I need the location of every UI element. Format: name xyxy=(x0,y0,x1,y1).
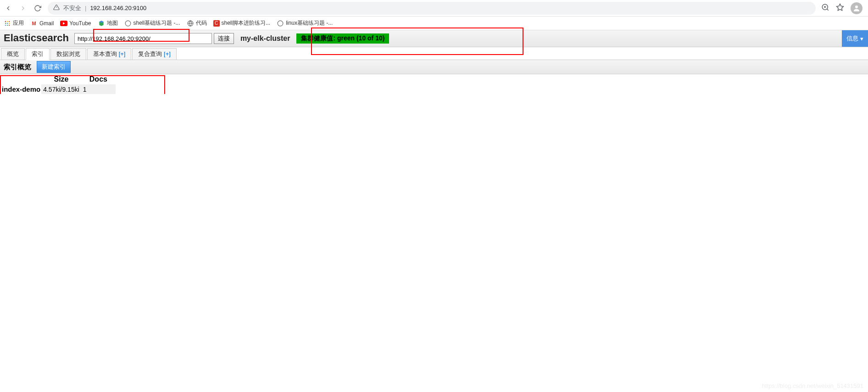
index-name: index-demo xyxy=(0,84,41,94)
col-docs: Docs xyxy=(81,74,116,84)
index-table: Size Docs index-demo 4.57ki/9.15ki 1 xyxy=(0,74,116,94)
col-size: Size xyxy=(41,74,81,84)
es-logo: Elasticsearch xyxy=(3,32,71,45)
tab-basic-query[interactable]: 基本查询 [+] xyxy=(87,48,131,60)
apps-label: 应用 xyxy=(13,19,24,27)
page-icon xyxy=(277,20,284,27)
chevron-down-icon: ▾ xyxy=(860,35,863,42)
tab-overview[interactable]: 概览 xyxy=(1,48,25,60)
table-row[interactable]: index-demo 4.57ki/9.15ki 1 xyxy=(0,84,116,94)
apps-button[interactable]: 应用 xyxy=(4,19,24,27)
svg-point-14 xyxy=(5,24,6,25)
new-index-button[interactable]: 新建索引 xyxy=(37,61,71,73)
info-button[interactable]: 信息 ▾ xyxy=(842,30,868,47)
page-icon xyxy=(124,20,132,27)
security-label: 不安全 xyxy=(63,4,81,12)
svg-point-19 xyxy=(125,21,131,26)
index-area: Size Docs index-demo 4.57ki/9.15ki 1 xyxy=(0,74,868,94)
tab-browse[interactable]: 数据浏览 xyxy=(50,48,86,60)
bookmarks-bar: 应用 M Gmail YouTube 地图 shell基础练习题 -... 代码… xyxy=(0,17,868,30)
star-icon[interactable] xyxy=(836,3,844,13)
url-bar[interactable]: 不安全 | 192.168.246.20:9100 xyxy=(48,2,816,15)
svg-point-11 xyxy=(5,22,6,23)
forward-button[interactable] xyxy=(18,4,28,13)
reload-button[interactable] xyxy=(33,4,42,13)
index-docs: 1 xyxy=(81,84,116,94)
back-button[interactable] xyxy=(4,4,13,13)
svg-point-15 xyxy=(7,24,8,25)
profile-icon[interactable] xyxy=(851,2,862,14)
bookmark-code[interactable]: 代码 xyxy=(187,19,207,27)
plus-icon: [+] xyxy=(119,50,126,57)
svg-marker-6 xyxy=(837,4,844,11)
svg-point-12 xyxy=(7,22,8,23)
tab-compound-query[interactable]: 复合查询 [+] xyxy=(132,48,176,60)
bookmark-shell-adv[interactable]: C shell脚本进阶练习... xyxy=(213,19,271,27)
svg-point-8 xyxy=(5,21,6,22)
browser-toolbar: 不安全 | 192.168.246.20:9100 xyxy=(0,0,868,17)
bookmark-gmail[interactable]: M Gmail xyxy=(30,20,54,27)
svg-point-16 xyxy=(9,24,10,25)
maps-icon xyxy=(98,20,105,27)
es-tabs: 概览 索引 数据浏览 基本查询 [+] 复合查询 [+] xyxy=(0,47,868,60)
svg-point-9 xyxy=(7,21,8,22)
youtube-icon xyxy=(60,20,67,27)
index-size: 4.57ki/9.15ki xyxy=(41,84,81,94)
apps-icon xyxy=(4,20,11,27)
svg-point-13 xyxy=(9,22,10,23)
svg-point-10 xyxy=(9,21,10,22)
csdn-icon: C xyxy=(213,20,220,27)
tab-indices[interactable]: 索引 xyxy=(26,48,50,60)
index-overview-title: 索引概览 xyxy=(2,62,33,72)
url-text: 192.168.246.20:9100 xyxy=(90,5,146,11)
bookmark-linux[interactable]: linux基础练习题 -... xyxy=(277,19,333,27)
security-warning-icon xyxy=(53,4,60,12)
globe-icon xyxy=(187,20,194,27)
connect-button[interactable]: 连接 xyxy=(214,33,234,44)
bookmark-shell-basic[interactable]: shell基础练习题 -... xyxy=(124,19,180,27)
gmail-icon: M xyxy=(30,20,38,27)
svg-point-22 xyxy=(278,21,283,26)
es-url-input[interactable] xyxy=(74,33,212,44)
zoom-icon[interactable] xyxy=(821,3,829,13)
svg-line-3 xyxy=(827,9,828,10)
cluster-name: my-elk-cluster xyxy=(238,34,293,43)
index-toolbar: 索引概览 新建索引 xyxy=(0,60,868,74)
bookmark-maps[interactable]: 地图 xyxy=(98,19,118,27)
health-badge: 集群健康值: green (10 of 10) xyxy=(296,33,389,44)
bookmark-youtube[interactable]: YouTube xyxy=(60,20,91,27)
plus-icon: [+] xyxy=(164,50,171,57)
svg-point-7 xyxy=(855,6,858,8)
es-header: Elasticsearch 连接 my-elk-cluster 集群健康值: g… xyxy=(0,30,868,47)
